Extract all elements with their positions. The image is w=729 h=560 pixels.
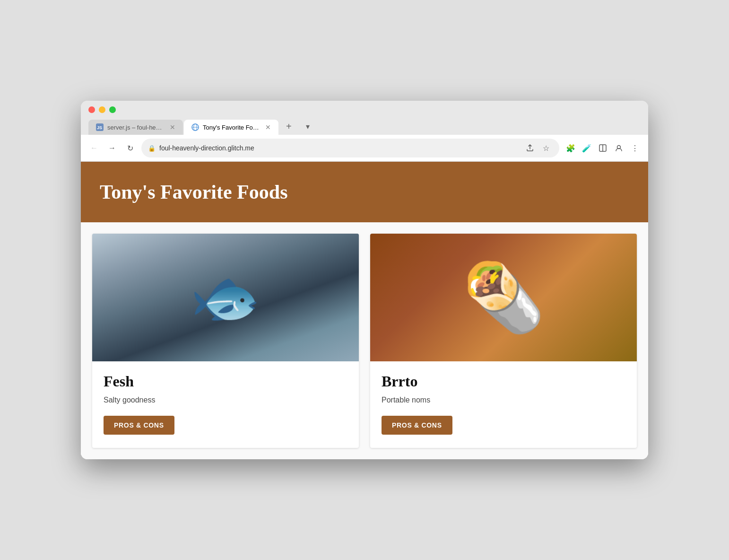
reload-button[interactable]: ↻: [123, 141, 137, 155]
site-title: Tony's Favorite Foods: [100, 181, 629, 203]
tab-server-label: server.js – foul-heavenly-di...: [107, 124, 164, 131]
share-icon[interactable]: [523, 141, 537, 155]
food-card-brrto: Brrto Portable noms PROS & CONS: [370, 234, 637, 448]
extensions-icon[interactable]: 🧩: [564, 141, 577, 155]
split-icon[interactable]: [596, 141, 609, 155]
tab-tonys-close[interactable]: ✕: [265, 123, 271, 131]
tab-server[interactable]: JS server.js – foul-heavenly-di... ✕: [88, 120, 183, 135]
maximize-button[interactable]: [109, 106, 116, 113]
back-button[interactable]: ←: [87, 141, 101, 155]
minimize-button[interactable]: [99, 106, 105, 113]
globe-icon: [191, 123, 199, 131]
forward-button[interactable]: →: [105, 141, 119, 155]
svg-text:JS: JS: [97, 125, 102, 130]
food-card-body-fesh: Fesh Salty goodness PROS & CONS: [92, 361, 359, 448]
tab-tonys-label: Tony's Favorite Foods: [203, 124, 260, 131]
close-button[interactable]: [88, 106, 95, 113]
address-actions: ☆: [523, 141, 553, 155]
address-bar-row: ← → ↻ 🔒 foul-heavenly-direction.glitch.m…: [81, 135, 648, 162]
food-name-brrto: Brrto: [382, 373, 625, 390]
tab-server-close[interactable]: ✕: [170, 123, 175, 131]
site-header: Tony's Favorite Foods: [81, 162, 648, 222]
food-image-fesh: [92, 234, 359, 361]
tab-tonys[interactable]: Tony's Favorite Foods ✕: [184, 120, 278, 135]
tab-bar: JS server.js – foul-heavenly-di... ✕ Ton…: [88, 118, 641, 135]
browser-window: JS server.js – foul-heavenly-di... ✕ Ton…: [81, 101, 648, 459]
code-file-icon: JS: [96, 123, 104, 131]
title-bar: JS server.js – foul-heavenly-di... ✕ Ton…: [81, 101, 648, 135]
pros-cons-button-brrto[interactable]: PROS & CONS: [382, 416, 452, 435]
address-bar[interactable]: 🔒 foul-heavenly-direction.glitch.me ☆: [141, 139, 559, 158]
toolbar-icons: 🧩 🧪 ⋮: [564, 141, 642, 155]
food-desc-fesh: Salty goodness: [104, 396, 347, 404]
pros-cons-button-fesh[interactable]: PROS & CONS: [104, 416, 174, 435]
food-desc-brrto: Portable noms: [382, 396, 625, 404]
food-card-body-brrto: Brrto Portable noms PROS & CONS: [370, 361, 637, 448]
star-icon[interactable]: ☆: [539, 141, 553, 155]
flask-icon[interactable]: 🧪: [580, 141, 593, 155]
site-content: Tony's Favorite Foods Fesh Salty goodnes…: [81, 162, 648, 459]
profile-icon[interactable]: [612, 141, 625, 155]
food-name-fesh: Fesh: [104, 373, 347, 390]
traffic-lights: [88, 106, 641, 113]
menu-icon[interactable]: ⋮: [628, 141, 642, 155]
url-display: foul-heavenly-direction.glitch.me: [159, 144, 520, 152]
food-cards: Fesh Salty goodness PROS & CONS Brrto Po…: [81, 222, 648, 459]
food-card-fesh: Fesh Salty goodness PROS & CONS: [92, 234, 359, 448]
food-image-brrto: [370, 234, 637, 361]
tab-dropdown-button[interactable]: ▾: [299, 118, 316, 135]
lock-icon: 🔒: [148, 145, 156, 152]
new-tab-button[interactable]: +: [279, 118, 298, 135]
